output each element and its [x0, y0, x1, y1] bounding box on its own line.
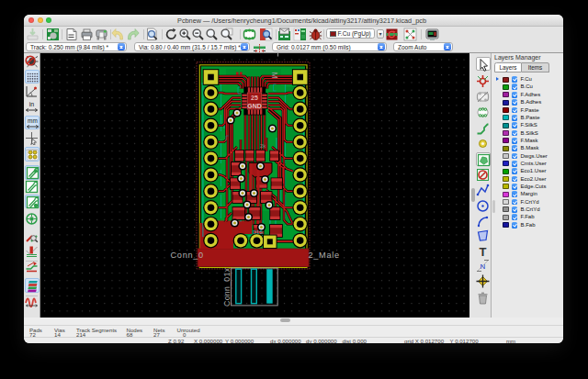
svg-text:T: T [480, 245, 487, 259]
svg-text:2_Male: 2_Male [308, 251, 339, 260]
svg-text:mm: mm [28, 117, 38, 124]
svg-text:2k: 2k [260, 143, 266, 149]
svg-text:in: in [29, 101, 35, 107]
svg-text:M: M [269, 72, 278, 79]
svg-text:Conn_01x: Conn_01x [222, 267, 232, 307]
svg-text:GND: GND [247, 103, 262, 109]
svg-text:25: 25 [251, 95, 258, 101]
svg-text:D15: D15 [253, 229, 264, 235]
svg-text:N: N [481, 262, 486, 270]
svg-text:Conn_0: Conn_0 [170, 251, 203, 260]
